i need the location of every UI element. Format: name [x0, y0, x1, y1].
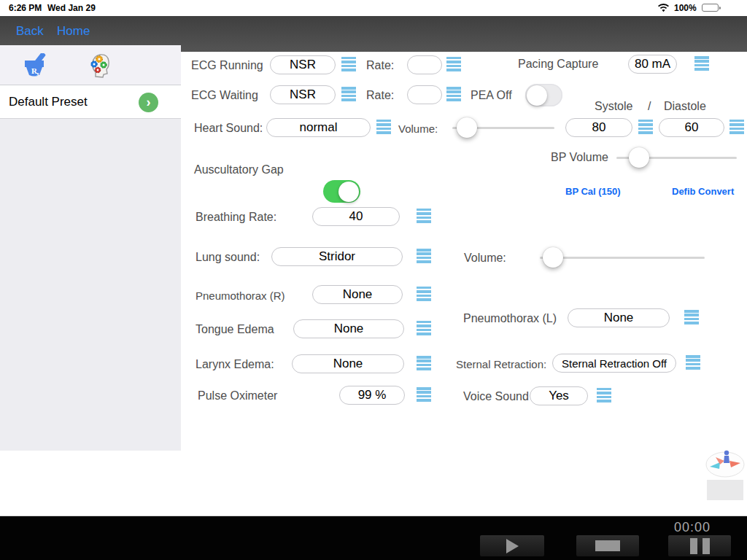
pacing-capture-field[interactable]: 80 mA: [628, 55, 677, 74]
heart-volume-slider[interactable]: [452, 117, 554, 138]
svg-text:x: x: [36, 71, 39, 77]
tongue-edema-label: Tongue Edema: [196, 323, 274, 336]
heart-volume-label: Volume:: [398, 122, 438, 135]
bp-separator: /: [648, 100, 651, 113]
stop-icon: [595, 540, 620, 551]
breathing-rate-options-icon[interactable]: [417, 209, 431, 224]
larynx-edema-field[interactable]: None: [292, 354, 404, 373]
bp-cal-button[interactable]: BP Cal (150): [565, 186, 621, 197]
ecg-waiting-rate-label: Rate:: [366, 89, 394, 102]
voice-sound-options-icon[interactable]: [597, 388, 611, 403]
pulse-oximeter-label: Pulse Oximeter: [198, 389, 277, 402]
lung-volume-label: Volume:: [464, 252, 506, 265]
player-bar: 00:00: [0, 516, 747, 560]
ecg-waiting-rate-field[interactable]: [407, 85, 442, 104]
auscultatory-gap-toggle[interactable]: [323, 180, 360, 203]
bp-volume-slider[interactable]: [616, 147, 737, 168]
breathing-rate-label: Breathing Rate:: [196, 211, 276, 224]
medications-rx-tab-icon[interactable]: R x: [22, 53, 50, 78]
ecg-running-field[interactable]: NSR: [270, 55, 336, 74]
home-button[interactable]: Home: [57, 24, 90, 39]
pulse-oximeter-field[interactable]: 99 %: [339, 386, 405, 405]
pneumothorax-r-field[interactable]: None: [312, 285, 403, 304]
tongue-edema-options-icon[interactable]: [417, 321, 431, 336]
ecg-waiting-options-icon[interactable]: [341, 87, 356, 102]
session-timer: 00:00: [674, 520, 711, 535]
blank-gray-button[interactable]: [707, 480, 743, 500]
play-button[interactable]: [480, 535, 544, 556]
ecg-running-rate-options-icon[interactable]: [446, 57, 461, 72]
pea-off-label: PEA Off: [471, 89, 512, 102]
pneumothorax-l-label: Pneumothorax (L): [463, 312, 557, 325]
pneumothorax-r-label: Pneumothorax (R): [196, 289, 285, 302]
battery-percent: 100%: [674, 3, 697, 13]
ecg-waiting-rate-options-icon[interactable]: [446, 87, 461, 102]
ecg-running-label: ECG Running: [191, 59, 263, 72]
pause-button[interactable]: [668, 535, 731, 556]
stop-button[interactable]: [576, 535, 639, 556]
diastole-options-icon[interactable]: [729, 120, 744, 135]
preset-row[interactable]: Default Preset ›: [0, 85, 181, 119]
pea-toggle[interactable]: [525, 84, 562, 106]
ecg-running-options-icon[interactable]: [341, 57, 356, 72]
back-button[interactable]: Back: [16, 24, 44, 39]
status-time: 6:26 PM: [9, 3, 42, 13]
lung-sound-label: Lung sound:: [196, 251, 260, 264]
pneumothorax-r-options-icon[interactable]: [417, 287, 431, 302]
ecg-running-rate-field[interactable]: [407, 55, 442, 74]
ecg-running-rate-label: Rate:: [366, 59, 394, 72]
sternal-retraction-field[interactable]: Sternal Retraction Off: [552, 354, 676, 373]
breathing-rate-field[interactable]: 40: [312, 207, 400, 226]
status-date: Wed Jan 29: [47, 3, 96, 13]
sternal-retraction-options-icon[interactable]: [686, 355, 700, 370]
lung-volume-slider[interactable]: [540, 247, 705, 268]
wifi-icon: [657, 4, 670, 13]
bp-volume-label: BP Volume: [551, 151, 608, 164]
sidebar-tab-bar: R x: [0, 45, 181, 85]
larynx-edema-options-icon[interactable]: [417, 356, 431, 371]
preset-run-button[interactable]: ›: [139, 93, 158, 112]
defib-convert-button[interactable]: Defib Convert: [672, 186, 734, 197]
systole-header-label: Systole: [595, 100, 632, 113]
status-bar: 6:26 PM Wed Jan 29 100%: [0, 0, 747, 16]
ecg-waiting-field[interactable]: NSR: [270, 85, 336, 104]
larynx-edema-label: Larynx Edema:: [196, 358, 274, 371]
heart-sound-label: Heart Sound:: [194, 122, 263, 135]
voice-sound-field[interactable]: Yes: [530, 386, 588, 405]
sternal-retraction-label: Sternal Retraction:: [456, 358, 546, 370]
lung-sound-field[interactable]: Stridor: [271, 247, 403, 266]
sidebar: R x Default Preset ›: [0, 45, 181, 451]
battery-icon: [702, 4, 721, 12]
voice-sound-label: Voice Sound: [463, 390, 529, 403]
pause-icon: [690, 538, 710, 554]
heart-sound-field[interactable]: normal: [266, 118, 371, 137]
pneumothorax-l-options-icon[interactable]: [684, 310, 699, 325]
brain-gears-tab-icon[interactable]: [86, 52, 114, 79]
systole-options-icon[interactable]: [638, 120, 653, 135]
preset-label: Default Preset: [9, 95, 88, 109]
pneumothorax-l-field[interactable]: None: [568, 308, 670, 327]
tongue-edema-field[interactable]: None: [293, 319, 404, 338]
pacing-capture-label: Pacing Capture: [518, 58, 598, 71]
heart-sound-options-icon[interactable]: [376, 120, 391, 135]
pulse-oximeter-options-icon[interactable]: [417, 387, 431, 402]
auscultatory-gap-label: Auscultatory Gap: [194, 163, 284, 176]
diastole-header-label: Diastole: [664, 100, 706, 113]
app-logo-icon: [703, 447, 746, 481]
ecg-waiting-label: ECG Waiting: [191, 89, 258, 102]
lung-sound-options-icon[interactable]: [417, 249, 431, 264]
systole-field[interactable]: 80: [565, 118, 632, 137]
diastole-field[interactable]: 60: [659, 118, 724, 137]
pacing-capture-options-icon[interactable]: [694, 56, 709, 71]
play-icon: [506, 539, 519, 553]
